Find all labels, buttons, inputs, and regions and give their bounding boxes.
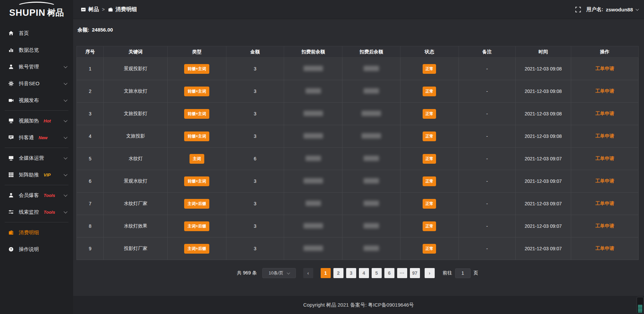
cell-note: - — [459, 193, 515, 215]
ticket-request-link[interactable]: 工单申请 — [595, 111, 614, 116]
status-badge: 正常 — [423, 221, 436, 231]
redacted-balance-after — [364, 223, 379, 228]
balance-label: 余额: — [77, 27, 89, 33]
app-window: SHUPIN 树品 首页 数据总览 账号管理 — [0, 0, 644, 314]
cell-keyword: 文旅投影 — [104, 125, 168, 148]
cell-keyword: 水纹灯 — [104, 148, 168, 170]
sidebar-item-omnimedia-operation[interactable]: 全媒体运营 — [0, 150, 73, 166]
next-page-button[interactable]: › — [425, 268, 435, 278]
status-badge: 正常 — [423, 87, 436, 96]
balance-value: 24856.00 — [92, 27, 113, 33]
sidebar-item-label: 抖音SEO — [19, 81, 40, 87]
table-row: 3 文旅投影灯 前缀+主词 3 正常 - 2021-12-03 09:08 工单… — [77, 103, 639, 125]
sidebar-item-home[interactable]: 首页 — [0, 25, 73, 42]
ticket-request-link[interactable]: 工单申请 — [595, 223, 614, 228]
sidebar-item-label: 操作说明 — [19, 246, 39, 253]
column-header-index: 序号 — [77, 46, 104, 58]
cell-note: - — [459, 170, 515, 193]
vip-badge: VIP — [44, 172, 51, 177]
chevron-down-icon — [64, 172, 67, 176]
ticket-request-link[interactable]: 工单申请 — [595, 246, 614, 251]
page-button-6[interactable]: 6 — [384, 268, 394, 278]
breadcrumb-root[interactable]: 树品 — [80, 6, 99, 13]
column-header-action: 操作 — [571, 46, 638, 58]
status-badge: 正常 — [423, 244, 436, 254]
ticket-request-link[interactable]: 工单申请 — [595, 133, 614, 139]
status-badge: 正常 — [423, 199, 436, 209]
gear-icon — [8, 81, 14, 87]
page-size-select[interactable]: 10条/页 — [262, 268, 296, 278]
balance: 余额: 24856.00 — [77, 27, 639, 33]
breadcrumb-current[interactable]: 消费明细 — [108, 6, 137, 13]
ticket-request-link[interactable]: 工单申请 — [595, 66, 614, 71]
cell-time: 2021-12-03 09:07 — [516, 148, 571, 170]
sidebar-item-consumption-details[interactable]: 消费明细 — [0, 224, 73, 241]
redacted-balance-before — [304, 133, 323, 139]
brand-logo[interactable]: SHUPIN 树品 — [0, 0, 73, 21]
page-button-4[interactable]: 4 — [359, 268, 369, 278]
menu-divider — [5, 110, 68, 111]
sidebar-item-label: 账号管理 — [19, 64, 39, 70]
ticket-request-link[interactable]: 工单申请 — [595, 201, 614, 206]
chevron-down-icon — [64, 98, 67, 102]
column-header-time: 时间 — [516, 46, 571, 58]
page-button-97[interactable]: 97 — [410, 268, 420, 278]
user-menu[interactable]: 用户名: zswodun88 — [586, 6, 638, 13]
sidebar-item-data-overview[interactable]: 数据总览 — [0, 42, 73, 58]
breadcrumb-separator: > — [102, 7, 105, 12]
table-row: 4 文旅投影 前缀+主词 3 正常 - 2021-12-03 09:08 工单申… — [77, 125, 639, 148]
sidebar-item-instructions[interactable]: ? 操作说明 — [0, 241, 73, 258]
column-header-status: 状态 — [400, 46, 459, 58]
column-header-balance-after: 扣费后余额 — [342, 46, 400, 58]
redacted-balance-after — [362, 111, 381, 116]
sidebar-item-matrix-boost[interactable]: 矩阵助推 VIP — [0, 166, 73, 183]
sidebar-item-douyin-seo[interactable]: 抖音SEO — [0, 75, 73, 92]
page-button-2[interactable]: 2 — [333, 268, 343, 278]
sidebar-item-label: 数据总览 — [19, 47, 39, 53]
redacted-balance-after — [364, 178, 379, 184]
sidebar-item-label: 抖客通 — [19, 135, 34, 141]
table-header-row: 序号 关键词 类型 金额 扣费前余额 扣费后余额 状态 备注 时间 操作 — [77, 46, 639, 58]
ticket-request-link[interactable]: 工单申请 — [595, 156, 614, 161]
sidebar-item-video-heating[interactable]: 视频加热 Hot — [0, 112, 73, 129]
sidebar-item-member-burst[interactable]: 会员爆客 Tools — [0, 187, 73, 204]
cell-index: 4 — [77, 125, 104, 148]
cell-amount: 3 — [226, 238, 284, 260]
redacted-balance-after — [364, 201, 379, 206]
goto-page-input[interactable] — [455, 268, 471, 278]
cell-keyword: 景观水纹灯 — [104, 170, 168, 193]
copyright-text: Copyright 树品 2021 备案号: 粤ICP备09019646号 — [303, 302, 414, 308]
cell-note: - — [459, 148, 515, 170]
page-button-3[interactable]: 3 — [346, 268, 356, 278]
cell-keyword: 文旅投影灯 — [104, 103, 168, 125]
ticket-request-link[interactable]: 工单申请 — [595, 178, 614, 184]
cell-time: 2021-12-03 09:08 — [516, 58, 571, 80]
wallet-icon — [8, 230, 14, 235]
fullscreen-icon[interactable] — [575, 7, 581, 12]
cell-time: 2021-12-03 09:07 — [516, 170, 571, 193]
page-button-5[interactable]: 5 — [372, 268, 382, 278]
redacted-balance-after — [364, 66, 379, 71]
chat-icon — [8, 135, 14, 141]
goto-suffix: 页 — [474, 270, 478, 276]
redacted-balance-before — [304, 66, 323, 71]
logo-arc-decoration — [16, 2, 57, 12]
table-row: 2 文旅水纹灯 前缀+主词 3 正常 - 2021-12-03 09:08 工单… — [77, 80, 639, 103]
sidebar-item-clue-monitoring[interactable]: 线索监控 Tools — [0, 204, 73, 220]
table-row: 6 景观水纹灯 前缀+主词 3 正常 - 2021-12-03 09:07 工单… — [77, 170, 639, 193]
page-button-1[interactable]: 1 — [321, 268, 331, 278]
prev-page-button[interactable]: ‹ — [303, 268, 313, 278]
cell-keyword: 景观投影灯 — [104, 58, 168, 80]
username: zswodun88 — [606, 7, 633, 12]
sidebar-item-account-management[interactable]: 账号管理 — [0, 58, 73, 75]
sidebar-item-douketong[interactable]: 抖客通 New — [0, 129, 73, 146]
page-ellipsis-button[interactable]: ··· — [397, 268, 407, 278]
sidebar-item-label: 线索监控 — [19, 209, 39, 215]
table-row: 5 水纹灯 主词 6 正常 - 2021-12-03 09:07 工单申请 — [77, 148, 639, 170]
ticket-request-link[interactable]: 工单申请 — [595, 88, 614, 94]
cell-time: 2021-12-03 09:08 — [516, 125, 571, 148]
sidebar-item-video-publish[interactable]: 视频发布 — [0, 92, 73, 109]
table-row: 8 水纹灯效果 主词+后缀 3 正常 - 2021-12-03 09:07 工单… — [77, 215, 639, 238]
cell-note: - — [459, 103, 515, 125]
cell-index: 7 — [77, 193, 104, 215]
